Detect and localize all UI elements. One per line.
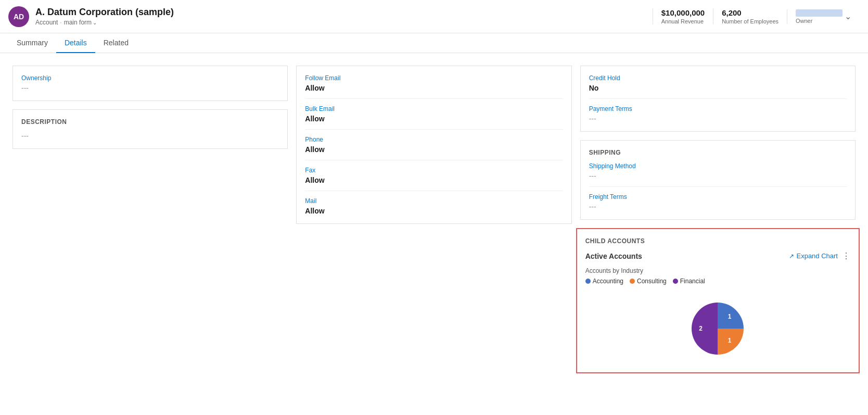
billing-field-1: Payment Terms --- [589, 105, 847, 123]
billing-field-label-1: Payment Terms [589, 105, 847, 112]
annual-revenue-stat: $10,000,000 Annual Revenue [653, 8, 713, 24]
nav-tabs: Summary Details Related [0, 33, 868, 53]
shipping-panel: SHIPPING Shipping Method --- Freight Ter… [580, 140, 856, 220]
owner-block: Owner ⌄ [787, 9, 860, 24]
pie-label-0: 1 [728, 313, 732, 320]
contact-field-value-3: Allow [305, 176, 563, 184]
expand-chart-label: Expand Chart [796, 252, 838, 260]
pie-chart-container: 112 [585, 293, 850, 364]
legend-label-2: Financial [680, 278, 705, 285]
annual-revenue-label: Annual Revenue [661, 18, 705, 24]
expand-chart-button[interactable]: ↗ Expand Chart [789, 252, 838, 260]
contact-fields: Follow Email Allow Bulk Email Allow Phon… [305, 74, 563, 215]
contact-field-0: Follow Email Allow [305, 74, 563, 99]
middle-column: Follow Email Allow Bulk Email Allow Phon… [292, 61, 576, 397]
shipping-field-value-0: --- [589, 172, 847, 180]
chart-title: Active Accounts [585, 252, 642, 260]
pie-label-2: 2 [699, 325, 703, 332]
main-content: Ownership --- Description --- Follow Ema… [0, 53, 868, 406]
expand-chart-icon: ↗ [789, 253, 794, 260]
chart-subtitle: Accounts by Industry [585, 267, 850, 274]
shipping-field-0: Shipping Method --- [589, 162, 847, 187]
owner-value-bar [796, 9, 843, 17]
contact-field-value-0: Allow [305, 84, 563, 92]
chart-actions: ↗ Expand Chart ⋮ [789, 251, 850, 261]
legend-item-2: Financial [673, 278, 705, 285]
record-title: A. Datum Corporation (sample) [35, 7, 653, 18]
contact-field-label-4: Mail [305, 197, 563, 205]
form-selector[interactable]: main form ⌄ [64, 19, 97, 26]
employees-label: Number of Employees [722, 18, 778, 24]
pie-label-1: 1 [728, 337, 732, 344]
owner-block-content: Owner [796, 9, 843, 24]
shipping-field-1: Freight Terms --- [589, 193, 847, 211]
contact-field-4: Mail Allow [305, 197, 563, 215]
contact-field-1: Bulk Email Allow [305, 105, 563, 130]
right-column: Credit Hold No Payment Terms --- SHIPPIN… [576, 61, 860, 397]
header-stats: $10,000,000 Annual Revenue 6,200 Number … [653, 8, 860, 24]
description-section-title: Description [21, 118, 279, 125]
shipping-field-value-1: --- [589, 203, 847, 211]
contact-field-label-0: Follow Email [305, 74, 563, 82]
chart-header: Active Accounts ↗ Expand Chart ⋮ [585, 251, 850, 261]
child-accounts-section-title: CHILD ACCOUNTS [585, 237, 850, 245]
description-value: --- [21, 132, 279, 140]
billing-panel: Credit Hold No Payment Terms --- [580, 66, 856, 132]
legend-item-1: Consulting [630, 278, 667, 285]
shipping-field-label-1: Freight Terms [589, 193, 847, 200]
shipping-fields: Shipping Method --- Freight Terms --- [589, 162, 847, 211]
contact-field-label-3: Fax [305, 167, 563, 174]
header-subtitle: Account · main form ⌄ [35, 19, 653, 26]
shipping-field-label-0: Shipping Method [589, 162, 847, 170]
pie-slice-2 [692, 303, 718, 355]
legend-dot-1 [630, 279, 635, 284]
billing-field-value-1: --- [589, 115, 847, 123]
billing-field-0: Credit Hold No [589, 74, 847, 99]
page-header: AD A. Datum Corporation (sample) Account… [0, 0, 868, 33]
contact-field-2: Phone Allow [305, 136, 563, 160]
legend-item-0: Accounting [585, 278, 623, 285]
form-chevron-icon: ⌄ [93, 20, 97, 26]
child-accounts-panel: CHILD ACCOUNTS Active Accounts ↗ Expand … [576, 228, 860, 373]
contact-field-3: Fax Allow [305, 167, 563, 191]
separator-dot: · [60, 19, 61, 26]
description-panel: Description --- [12, 109, 288, 149]
billing-field-label-0: Credit Hold [589, 74, 847, 82]
record-type: Account [35, 19, 58, 26]
owner-label: Owner [796, 18, 843, 24]
billing-field-value-0: No [589, 84, 847, 92]
more-options-icon[interactable]: ⋮ [842, 251, 850, 261]
ownership-field: Ownership --- [21, 74, 279, 92]
contact-field-value-2: Allow [305, 145, 563, 154]
form-name: main form [64, 19, 92, 26]
billing-fields: Credit Hold No Payment Terms --- [589, 74, 847, 123]
tab-details[interactable]: Details [56, 33, 95, 53]
contact-field-value-1: Allow [305, 115, 563, 123]
contact-field-label-1: Bulk Email [305, 105, 563, 112]
legend-label-0: Accounting [593, 278, 623, 285]
left-column: Ownership --- Description --- [8, 61, 292, 397]
annual-revenue-value: $10,000,000 [661, 8, 705, 17]
legend-dot-0 [585, 279, 591, 284]
ownership-value: --- [21, 84, 279, 92]
tab-related[interactable]: Related [95, 33, 137, 53]
avatar: AD [8, 6, 29, 27]
shipping-section-title: SHIPPING [589, 149, 847, 156]
ownership-label: Ownership [21, 74, 279, 82]
owner-chevron-icon[interactable]: ⌄ [845, 11, 851, 21]
contact-field-value-4: Allow [305, 207, 563, 215]
legend-label-1: Consulting [637, 278, 667, 285]
pie-chart: 112 [686, 297, 749, 360]
legend-dot-2 [673, 279, 678, 284]
contact-field-label-2: Phone [305, 136, 563, 143]
ownership-panel: Ownership --- [12, 66, 288, 101]
tab-summary[interactable]: Summary [8, 33, 56, 53]
employees-stat: 6,200 Number of Employees [713, 8, 787, 24]
contact-preferences-panel: Follow Email Allow Bulk Email Allow Phon… [296, 66, 571, 224]
employees-value: 6,200 [722, 8, 778, 17]
header-title-block: A. Datum Corporation (sample) Account · … [35, 7, 653, 26]
chart-legend: Accounting Consulting Financial [585, 278, 850, 285]
